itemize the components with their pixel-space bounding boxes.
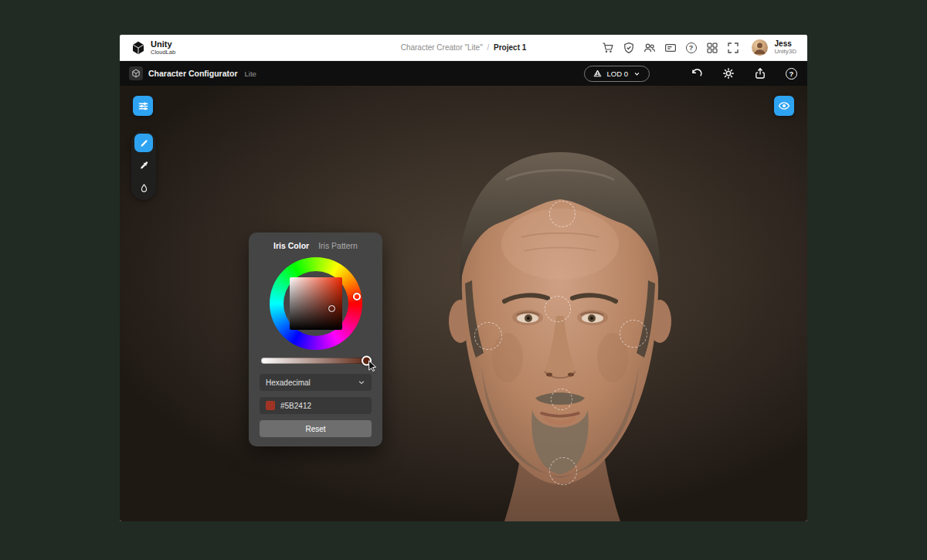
- undo-icon[interactable]: [690, 67, 703, 80]
- gear-icon[interactable]: [722, 67, 735, 80]
- configurator-bar: Character Configurator Lite LOD 0: [120, 61, 807, 86]
- chevron-down-icon: [358, 378, 365, 386]
- topbar: Unity CloudLab Character Creator "Lite" …: [120, 35, 807, 61]
- unity-logo-icon: [131, 40, 146, 56]
- brand: Unity CloudLab: [131, 40, 175, 56]
- brand-sub: CloudLab: [151, 49, 175, 56]
- droplet-icon: [139, 183, 149, 193]
- paint-region-marker: [549, 201, 576, 227]
- paint-region-marker: [551, 389, 572, 410]
- users-icon[interactable]: [643, 41, 657, 55]
- apps-grid-icon[interactable]: [705, 41, 719, 55]
- paint-region-marker: [545, 296, 571, 322]
- filters-toggle-button[interactable]: [133, 96, 153, 116]
- app-window: Unity CloudLab Character Creator "Lite" …: [120, 35, 807, 521]
- eyedropper-tool-button[interactable]: [134, 156, 153, 175]
- shield-icon[interactable]: [622, 41, 636, 55]
- help-circle-icon[interactable]: ?: [785, 67, 798, 80]
- configurator-title-group: Character Configurator Lite: [129, 66, 256, 80]
- configurator-badge: Lite: [245, 70, 256, 78]
- user-name: Jess: [775, 40, 796, 48]
- eye-icon: [778, 100, 790, 112]
- color-wheel[interactable]: [270, 257, 362, 350]
- reset-button[interactable]: Reset: [260, 420, 372, 437]
- hue-selector[interactable]: [353, 293, 361, 300]
- paint-region-marker: [474, 322, 502, 350]
- paint-tool-pill: [131, 131, 156, 200]
- saturation-value-square[interactable]: [290, 277, 342, 330]
- sv-selector[interactable]: [328, 305, 335, 312]
- card-icon[interactable]: [664, 41, 677, 55]
- iris-color-panel: Iris Color Iris Pattern: [249, 232, 382, 446]
- sliders-icon: [138, 100, 149, 112]
- breadcrumb-current: Project 1: [494, 43, 526, 52]
- paint-region-marker: [549, 457, 577, 485]
- color-swatch: [266, 401, 275, 410]
- cart-icon[interactable]: [601, 41, 615, 55]
- user-info[interactable]: Jess Unity3D: [775, 40, 796, 56]
- format-dropdown[interactable]: Hexadecimal: [260, 374, 372, 391]
- configurator-title: Character Configurator: [148, 69, 238, 78]
- tab-iris-color[interactable]: Iris Color: [273, 241, 309, 250]
- hex-input-field[interactable]: #5B2412: [260, 397, 372, 414]
- breadcrumb-separator: /: [487, 43, 490, 52]
- tab-iris-pattern[interactable]: Iris Pattern: [318, 241, 358, 250]
- panel-tabs: Iris Color Iris Pattern: [260, 241, 372, 250]
- export-icon[interactable]: [753, 67, 766, 80]
- paint-region-marker: [620, 320, 647, 348]
- screenshot-stage: Unity CloudLab Character Creator "Lite" …: [0, 0, 927, 560]
- hex-value: #5B2412: [280, 402, 365, 410]
- brush-icon: [139, 138, 149, 148]
- brush-tool-button[interactable]: [134, 134, 153, 152]
- breadcrumb[interactable]: Character Creator "Lite" / Project 1: [401, 43, 527, 52]
- lod-selector[interactable]: LOD 0: [584, 66, 650, 82]
- help-icon[interactable]: ?: [684, 41, 698, 55]
- droplet-tool-button[interactable]: [134, 178, 153, 197]
- visibility-toggle-button[interactable]: [774, 96, 794, 116]
- configurator-actions: LOD 0 ?: [584, 66, 798, 82]
- format-dropdown-value: Hexadecimal: [266, 378, 358, 387]
- chevron-down-icon: [633, 70, 641, 78]
- shade-slider[interactable]: [261, 358, 370, 364]
- fullscreen-icon[interactable]: [726, 41, 740, 55]
- unity-cube-icon: [129, 66, 143, 80]
- eyedropper-icon: [139, 161, 149, 171]
- shade-slider-handle[interactable]: [362, 356, 372, 366]
- user-org: Unity3D: [775, 48, 796, 56]
- topbar-actions: ? Jess Unity3D: [601, 39, 796, 56]
- brand-name: Unity: [151, 40, 175, 49]
- user-avatar[interactable]: [752, 39, 768, 56]
- viewport-canvas[interactable]: Iris Color Iris Pattern: [120, 86, 807, 521]
- lod-value: LOD 0: [607, 70, 628, 78]
- breadcrumb-path: Character Creator "Lite": [401, 43, 483, 52]
- character-render[interactable]: [120, 86, 807, 521]
- mesh-icon: [593, 69, 603, 79]
